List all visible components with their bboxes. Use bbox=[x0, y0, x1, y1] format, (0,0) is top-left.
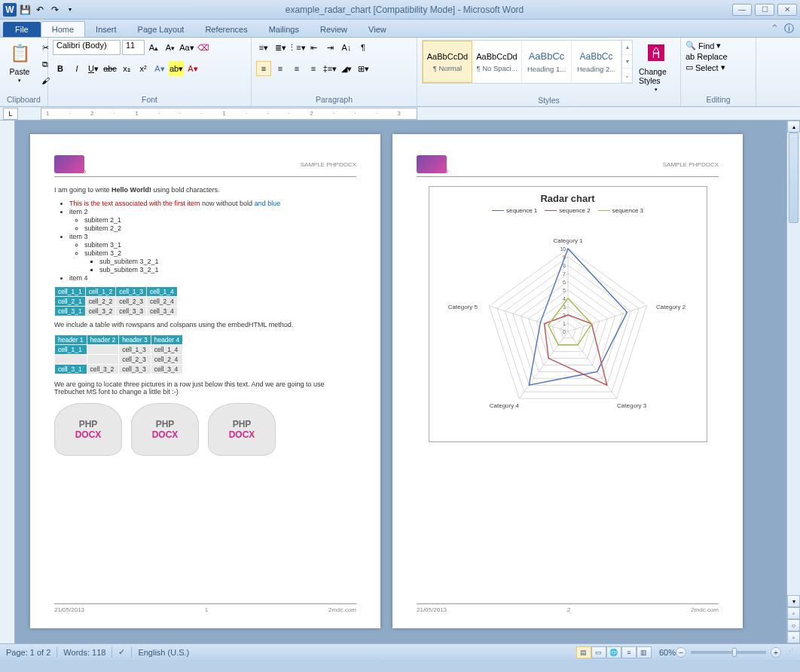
browse-object-button[interactable]: ○ bbox=[787, 619, 800, 631]
vertical-ruler[interactable] bbox=[0, 121, 15, 643]
change-styles-button[interactable]: 🅰 Change Styles ▾ bbox=[636, 40, 676, 94]
vertical-scrollbar[interactable]: ▴ ▾ ◦ ○ ◦ bbox=[786, 121, 800, 643]
shading-button[interactable]: ◢▾ bbox=[339, 61, 354, 76]
select-button[interactable]: ▭Select ▾ bbox=[685, 62, 725, 73]
style-up-button[interactable]: ▴ bbox=[622, 41, 632, 55]
font-color-button[interactable]: A▾ bbox=[185, 61, 200, 76]
align-right-button[interactable]: ≡ bbox=[289, 61, 304, 76]
tab-home[interactable]: Home bbox=[41, 21, 85, 37]
page-header: SAMPLE PHPDOCX bbox=[54, 155, 356, 177]
document-area: SAMPLE PHPDOCX I am going to write Hello… bbox=[0, 121, 800, 643]
italic-button[interactable]: I bbox=[69, 61, 84, 76]
style-heading1[interactable]: AaBbCc Heading 1... bbox=[522, 41, 572, 83]
pics-intro: We are going to locate three pictures in… bbox=[54, 380, 356, 396]
web-layout-view[interactable]: 🌐 bbox=[606, 646, 621, 658]
minimize-ribbon-icon[interactable]: ⌃ bbox=[771, 23, 779, 34]
svg-text:8: 8 bbox=[563, 263, 566, 268]
line-spacing-button[interactable]: ‡≡▾ bbox=[322, 61, 337, 76]
style-more-button[interactable]: ⌄ bbox=[622, 69, 632, 83]
copy-icon: ⧉ bbox=[42, 60, 48, 69]
highlight-button[interactable]: ab▾ bbox=[169, 61, 184, 76]
increase-indent-button[interactable]: ⇥ bbox=[322, 40, 337, 55]
zoom-in-button[interactable]: + bbox=[771, 647, 781, 658]
decrease-indent-button[interactable]: ⇤ bbox=[306, 40, 321, 55]
zoom-slider[interactable] bbox=[691, 651, 766, 654]
tab-mailings[interactable]: Mailings bbox=[258, 22, 310, 37]
paste-button[interactable]: 📋 Paste ▾ bbox=[5, 40, 35, 85]
close-button[interactable]: ✕ bbox=[777, 4, 797, 16]
tab-page-layout[interactable]: Page Layout bbox=[127, 22, 195, 37]
font-size-select[interactable]: 11 bbox=[122, 40, 145, 55]
outline-view[interactable]: ≡ bbox=[621, 646, 637, 658]
find-button[interactable]: 🔍Find ▾ bbox=[685, 40, 721, 51]
strike-button[interactable]: abc bbox=[102, 61, 118, 76]
multilevel-button[interactable]: ⋮≡▾ bbox=[289, 40, 304, 55]
text-effects-button[interactable]: A▾ bbox=[152, 61, 167, 76]
tab-references[interactable]: References bbox=[194, 22, 258, 37]
svg-text:6: 6 bbox=[563, 279, 566, 285]
zoom-level[interactable]: 60% bbox=[659, 648, 676, 657]
group-clipboard: 📋 Paste ▾ ✂ ⧉ 🖌 Clipboard bbox=[0, 38, 48, 106]
grow-font-button[interactable]: A▴ bbox=[146, 40, 161, 55]
minimize-button[interactable]: — bbox=[732, 4, 752, 16]
qat-dropdown-icon[interactable]: ▾ bbox=[63, 3, 77, 17]
status-page[interactable]: Page: 1 of 2 bbox=[6, 648, 50, 657]
underline-button[interactable]: U▾ bbox=[86, 61, 101, 76]
prev-page-button[interactable]: ◦ bbox=[787, 607, 800, 619]
sort-button[interactable]: A↓ bbox=[339, 40, 354, 55]
scroll-down-button[interactable]: ▾ bbox=[787, 595, 800, 607]
print-layout-view[interactable]: ▤ bbox=[576, 646, 591, 658]
draft-view[interactable]: ▥ bbox=[637, 646, 652, 658]
justify-button[interactable]: ≡ bbox=[306, 61, 321, 76]
shrink-font-button[interactable]: A▾ bbox=[163, 40, 178, 55]
status-language[interactable]: English (U.S.) bbox=[138, 648, 189, 657]
radar-svg: 012345678910Category 1Category 2Category… bbox=[440, 218, 696, 429]
numbering-button[interactable]: ≣▾ bbox=[273, 40, 288, 55]
tab-review[interactable]: Review bbox=[310, 22, 358, 37]
page-1[interactable]: SAMPLE PHPDOCX I am going to write Hello… bbox=[30, 134, 380, 628]
bold-button[interactable]: B bbox=[53, 61, 68, 76]
redo-icon[interactable]: ↷ bbox=[48, 3, 62, 17]
undo-icon[interactable]: ↶ bbox=[33, 3, 47, 17]
style-no-spacing[interactable]: AaBbCcDd ¶ No Spaci... bbox=[472, 41, 522, 83]
horizontal-ruler[interactable]: 1 · 2 · 1 · · · 1 · · · 2 · · · 3 · · · … bbox=[41, 108, 417, 120]
page-footer: 21/05/201322mdc.com bbox=[417, 603, 719, 613]
next-page-button[interactable]: ◦ bbox=[787, 631, 800, 643]
scroll-track[interactable] bbox=[787, 133, 800, 595]
clear-format-button[interactable]: ⌫ bbox=[196, 40, 211, 55]
tab-file[interactable]: File bbox=[3, 22, 41, 37]
show-marks-button[interactable]: ¶ bbox=[356, 40, 371, 55]
tab-view[interactable]: View bbox=[358, 22, 397, 37]
svg-text:Category 2: Category 2 bbox=[656, 304, 686, 310]
save-icon[interactable]: 💾 bbox=[18, 3, 32, 17]
replace-button[interactable]: abReplace bbox=[685, 51, 728, 62]
full-screen-view[interactable]: ▭ bbox=[591, 646, 606, 658]
tab-selector[interactable]: L bbox=[3, 108, 18, 120]
subscript-button[interactable]: x₂ bbox=[119, 61, 134, 76]
page-2[interactable]: SAMPLE PHPDOCX Radar chart sequence 1 se… bbox=[392, 134, 743, 628]
scroll-up-button[interactable]: ▴ bbox=[787, 121, 800, 133]
svg-text:5: 5 bbox=[563, 288, 566, 293]
proofing-icon[interactable]: ✓ bbox=[118, 647, 125, 657]
scroll-thumb[interactable] bbox=[789, 133, 798, 223]
zoom-out-button[interactable]: − bbox=[676, 647, 686, 658]
maximize-button[interactable]: ☐ bbox=[755, 4, 774, 16]
tab-insert[interactable]: Insert bbox=[85, 22, 127, 37]
borders-button[interactable]: ⊞▾ bbox=[356, 61, 371, 76]
change-case-button[interactable]: Aa▾ bbox=[179, 40, 194, 55]
resize-grip-icon[interactable]: ⋰ bbox=[786, 647, 794, 657]
bullets-button[interactable]: ≡▾ bbox=[256, 40, 271, 55]
style-down-button[interactable]: ▾ bbox=[622, 55, 632, 69]
zoom-thumb[interactable] bbox=[732, 648, 737, 657]
superscript-button[interactable]: x² bbox=[136, 61, 151, 76]
style-heading2[interactable]: AaBbCc Heading 2... bbox=[572, 41, 621, 83]
group-font: Calibri (Body) 11 A▴ A▾ Aa▾ ⌫ B I U▾ abc… bbox=[48, 38, 252, 106]
align-left-button[interactable]: ≡ bbox=[256, 61, 271, 76]
status-words[interactable]: Words: 118 bbox=[63, 648, 105, 657]
align-center-button[interactable]: ≡ bbox=[273, 61, 288, 76]
style-normal[interactable]: AaBbCcDd ¶ Normal bbox=[423, 41, 472, 83]
list-item: item 2 subitem 2_1 subitem 2_2 bbox=[69, 208, 356, 232]
font-name-select[interactable]: Calibri (Body) bbox=[53, 40, 121, 55]
help-icon[interactable]: ⓘ bbox=[784, 23, 794, 34]
table-2: header 1header 2header 3header 4 cell_1_… bbox=[54, 334, 183, 374]
